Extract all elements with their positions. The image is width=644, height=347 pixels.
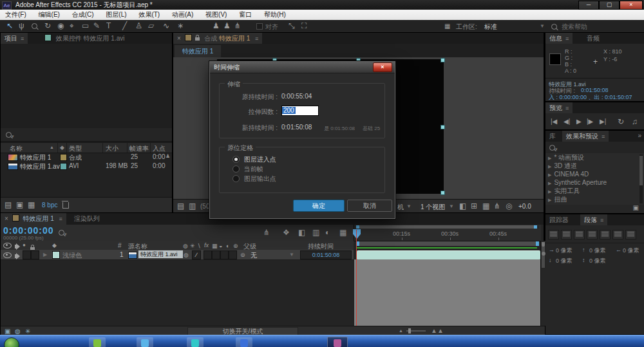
layer-switch-box[interactable]	[229, 250, 237, 259]
comp-handle[interactable]	[440, 125, 445, 129]
play-button[interactable]: ▶	[576, 118, 582, 126]
layer-switch-box[interactable]	[220, 250, 229, 259]
layer-duration-bar[interactable]	[357, 250, 540, 260]
column-fps[interactable]: 帧速率	[129, 144, 149, 153]
justify-last-center-button[interactable]	[600, 230, 611, 239]
last-frame-button[interactable]: ▶|	[600, 118, 606, 126]
panel-menu-icon[interactable]: ≡	[565, 105, 569, 111]
layer-row[interactable]: ▶ 浅绿色 1 特效应用 1.avi ◍ ∕ ⊚ 无 ▼ 0:01:50:08	[1, 250, 354, 260]
comp-handle[interactable]	[440, 191, 445, 195]
grid-guides-icon[interactable]: ⊞	[471, 202, 477, 210]
layer-source-name[interactable]: 特效应用 1.avi	[138, 250, 183, 258]
help-search-icon[interactable]	[551, 24, 557, 31]
stretch-factor-input[interactable]: 200	[281, 106, 319, 116]
new-folder-icon[interactable]: ▣	[16, 201, 23, 209]
new-preset-icon[interactable]: ▣	[633, 204, 639, 212]
panel-menu-icon[interactable]: ≡	[59, 216, 62, 222]
project-row-footage[interactable]: 特效应用 1.avi AVI 198 MB 25 0:00	[1, 162, 172, 170]
views-caret-icon[interactable]: ▼	[449, 203, 454, 209]
new-composition-icon[interactable]: ▦	[28, 201, 35, 209]
menu-view[interactable]: 视图(V)	[200, 11, 232, 18]
menu-composition[interactable]: 合成(C)	[67, 11, 99, 18]
next-frame-button[interactable]: |▶	[587, 118, 593, 126]
layer-expand-icon[interactable]: ▶	[43, 252, 47, 258]
draft-3d-icon[interactable]: ❖	[283, 229, 290, 236]
panel-menu-icon[interactable]: ≡	[600, 217, 603, 223]
taskbar-item[interactable]	[89, 337, 106, 347]
region-of-interest-icon[interactable]: ◧	[459, 202, 466, 210]
layer-lock-box[interactable]	[31, 250, 39, 259]
pan-behind-tool-icon[interactable]: ⌖	[70, 22, 74, 30]
frame-blending-icon[interactable]: ▥	[312, 229, 319, 236]
effects-search-icon[interactable]: ▾	[549, 145, 558, 152]
hand-tool-icon[interactable]: ψ	[19, 22, 24, 30]
exposure-value[interactable]: +0.0	[518, 203, 531, 210]
windows-taskbar[interactable]	[0, 335, 644, 347]
disclosure-icon[interactable]: ▶	[545, 181, 554, 185]
expand-layers-icon[interactable]: ▣	[5, 328, 10, 335]
parent-select[interactable]: 无	[251, 251, 257, 260]
fullscreen-icon[interactable]: ⛶	[301, 22, 307, 30]
zoom-out-icon[interactable]: ▲	[399, 328, 403, 333]
column-name[interactable]: 名称	[10, 144, 23, 153]
color-depth-button[interactable]: 8 bpc	[42, 202, 57, 209]
expand-icon[interactable]: ⤡	[289, 22, 295, 30]
align-center-button[interactable]	[561, 230, 572, 239]
interpret-footage-icon[interactable]: ▤	[5, 201, 12, 209]
zoom-tool-icon[interactable]	[32, 23, 37, 30]
motion-blur-icon[interactable]: ◐	[325, 229, 330, 236]
maximize-button[interactable]: ▢	[599, 1, 620, 10]
view-layout-select[interactable]: 1 个视图	[421, 203, 445, 212]
dialog-close-button[interactable]: ×	[373, 62, 392, 72]
mask-visibility-icon[interactable]: ▦	[482, 202, 489, 210]
justify-last-left-button[interactable]	[587, 230, 598, 239]
hide-shy-layers-icon[interactable]: ◧	[298, 229, 305, 236]
close-tab-icon[interactable]: ×	[177, 35, 181, 42]
layer-duration-value[interactable]: 0:01:50:08	[300, 250, 352, 259]
zoom-in-icon[interactable]: ▲▲	[431, 327, 444, 334]
align-checkbox[interactable]	[256, 23, 263, 30]
radio-layer-out-point[interactable]: 图层输出点	[232, 174, 276, 183]
tab-info[interactable]: 信息≡	[545, 33, 573, 44]
tab-preview[interactable]: 预览≡	[545, 102, 573, 113]
character-tool-icon[interactable]: ♟	[213, 22, 220, 30]
effects-group-row[interactable]: ▶Synthetic Aperture	[545, 178, 644, 187]
work-area-bar[interactable]	[356, 241, 539, 246]
current-timecode[interactable]: 0:00:00:00	[3, 225, 54, 236]
parent-caret-icon[interactable]: ▼	[289, 252, 294, 258]
tab-composition[interactable]: × 合成 特效应用 1 ≡	[173, 33, 262, 44]
menu-window[interactable]: 窗口	[234, 11, 257, 18]
expand-modes-icon[interactable]: ◍	[15, 328, 21, 335]
viewer-tab[interactable]: 特效应用 1	[175, 45, 221, 57]
column-type[interactable]: 类型	[69, 144, 82, 153]
menu-animation[interactable]: 动画(A)	[167, 11, 198, 18]
disclosure-icon[interactable]: ▶	[545, 173, 554, 177]
timeline-search-icon[interactable]: ▾	[59, 230, 67, 237]
tab-libraries[interactable]: 库	[545, 131, 560, 142]
pen-tool-icon[interactable]: ✎	[93, 22, 100, 30]
tab-render-queue[interactable]: 渲染队列	[70, 213, 104, 225]
puppet-tool-icon[interactable]: ∗	[177, 22, 184, 30]
effects-group-row[interactable]: ▶CINEMA 4D	[545, 170, 644, 178]
tab-paragraph[interactable]: 段落≡	[580, 214, 607, 225]
disclosure-icon[interactable]: ▶	[545, 156, 554, 160]
column-index[interactable]: #	[118, 242, 122, 249]
delete-item-icon[interactable]	[62, 202, 69, 210]
layer-video-toggle[interactable]	[3, 252, 12, 259]
panel-menu-icon[interactable]: ≡	[565, 35, 569, 42]
channel-icon[interactable]: ▥	[189, 202, 196, 210]
roto-brush-tool-icon[interactable]: ∿	[163, 22, 169, 30]
start-button[interactable]	[4, 337, 19, 347]
menu-help[interactable]: 帮助(H)	[259, 11, 291, 18]
tab-effects-presets[interactable]: 效果和预设≡	[562, 131, 609, 142]
current-time-indicator-line[interactable]	[356, 230, 357, 326]
selection-tool-icon[interactable]: ↖	[6, 21, 13, 30]
parent-pickwhip-icon[interactable]: ⊚	[240, 251, 245, 259]
dialog-titlebar[interactable]: 时间伸缩 ×	[210, 62, 395, 73]
tab-effect-controls[interactable]: 效果控件 特效应用 1.avi	[41, 33, 128, 44]
taskbar-item-active[interactable]	[327, 337, 348, 347]
radio-current-frame[interactable]: 当前帧	[232, 165, 263, 174]
panel-menu-icon[interactable]: ≡	[21, 35, 24, 42]
expand-inout-icon[interactable]: ✳	[25, 328, 30, 335]
prev-frame-button[interactable]: ◀|	[564, 118, 570, 126]
